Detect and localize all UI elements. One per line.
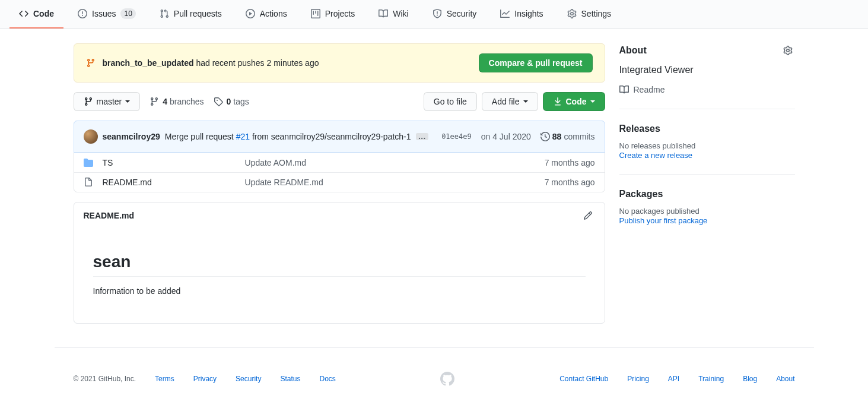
footer-link[interactable]: Training bbox=[698, 375, 724, 383]
notice-suffix: had recent pushes 2 minutes ago bbox=[194, 58, 319, 68]
tab-settings[interactable]: Settings bbox=[558, 0, 621, 29]
footer-link[interactable]: Contact GitHub bbox=[559, 375, 608, 383]
file-name-link[interactable]: README.md bbox=[103, 178, 152, 187]
readme-link[interactable]: Readme bbox=[619, 85, 795, 94]
github-mark-icon bbox=[440, 372, 454, 386]
about-title: About bbox=[619, 43, 795, 58]
footer-link[interactable]: Docs bbox=[319, 375, 335, 383]
about-settings-button[interactable] bbox=[781, 43, 795, 58]
footer-link[interactable]: API bbox=[668, 375, 679, 383]
sidebar: About Integrated Viewer Readme Releases … bbox=[619, 43, 795, 324]
main-column: branch_to_be_updated had recent pushes 2… bbox=[74, 43, 605, 324]
tags-link[interactable]: 0 tags bbox=[214, 97, 249, 106]
readme-box: README.md sean Information to be added bbox=[74, 202, 605, 324]
gear-icon bbox=[567, 9, 577, 18]
edit-readme-button[interactable] bbox=[581, 208, 595, 223]
readme-filename[interactable]: README.md bbox=[84, 211, 135, 220]
tab-security[interactable]: Security bbox=[423, 0, 487, 29]
packages-block: Packages No packages published Publish y… bbox=[619, 189, 795, 239]
branch-icon bbox=[150, 97, 159, 106]
play-icon bbox=[246, 9, 255, 18]
gear-icon bbox=[783, 46, 793, 55]
readme-link-label: Readme bbox=[634, 85, 665, 94]
pr-icon bbox=[160, 9, 169, 18]
tab-insights[interactable]: Insights bbox=[491, 0, 552, 29]
tag-icon bbox=[214, 97, 223, 106]
latest-commit-row: seanmcilroy29 Merge pull request #21 fro… bbox=[74, 121, 605, 153]
footer-link[interactable]: Privacy bbox=[193, 375, 217, 383]
tab-wiki[interactable]: Wiki bbox=[369, 0, 418, 29]
tab-actions-label: Actions bbox=[260, 5, 287, 23]
tab-issues[interactable]: Issues 10 bbox=[68, 0, 145, 29]
footer-link[interactable]: Security bbox=[236, 375, 261, 383]
commit-sha[interactable]: 01ee4e9 bbox=[441, 132, 472, 141]
current-branch-name: master bbox=[97, 96, 122, 107]
avatar[interactable] bbox=[84, 129, 98, 144]
add-file-label: Add file bbox=[492, 96, 520, 107]
notice-branch-name: branch_to_be_updated bbox=[103, 58, 194, 68]
repo-tabnav: Code Issues 10 Pull requests Actions Pro… bbox=[0, 0, 868, 29]
add-file-button[interactable]: Add file bbox=[482, 92, 538, 111]
file-list-box: seanmcilroy29 Merge pull request #21 fro… bbox=[74, 121, 605, 192]
caret-down-icon bbox=[590, 100, 595, 105]
footer-link[interactable]: About bbox=[776, 375, 794, 383]
github-logo-link[interactable] bbox=[440, 372, 454, 386]
tab-security-label: Security bbox=[447, 5, 477, 23]
branches-count: 4 bbox=[163, 97, 167, 106]
commits-count: 88 bbox=[552, 132, 562, 141]
commits-count-link[interactable]: 88 commits bbox=[540, 132, 595, 141]
issues-count-badge: 10 bbox=[120, 8, 135, 19]
file-age: 7 months ago bbox=[545, 158, 595, 167]
code-button-label: Code bbox=[566, 96, 587, 107]
history-icon bbox=[540, 132, 550, 141]
code-download-button[interactable]: Code bbox=[543, 92, 605, 111]
readme-heading: sean bbox=[93, 252, 586, 277]
caret-down-icon bbox=[523, 100, 528, 105]
commit-message: Merge pull request #21 from seanmcilroy2… bbox=[165, 132, 411, 141]
tab-projects[interactable]: Projects bbox=[301, 0, 365, 29]
tab-code-label: Code bbox=[33, 5, 54, 23]
footer: © 2021 GitHub, Inc. Terms Privacy Securi… bbox=[55, 347, 814, 402]
commit-author[interactable]: seanmcilroy29 bbox=[103, 132, 160, 141]
graph-icon bbox=[500, 9, 510, 18]
commit-message-prefix: Merge pull request bbox=[165, 132, 236, 141]
tab-insights-label: Insights bbox=[514, 5, 543, 23]
tab-issues-label: Issues bbox=[92, 5, 116, 23]
commit-date[interactable]: on 4 Jul 2020 bbox=[481, 132, 531, 141]
file-name-link[interactable]: TS bbox=[103, 158, 113, 167]
shield-icon bbox=[433, 9, 442, 18]
tab-code[interactable]: Code bbox=[9, 0, 63, 29]
packages-title: Packages bbox=[619, 189, 795, 200]
book-icon bbox=[379, 9, 388, 18]
footer-link[interactable]: Blog bbox=[743, 375, 757, 383]
commits-label: commits bbox=[564, 132, 594, 141]
footer-link[interactable]: Status bbox=[280, 375, 300, 383]
tab-pull-requests[interactable]: Pull requests bbox=[150, 0, 231, 29]
compare-pr-button[interactable]: Compare & pull request bbox=[479, 53, 593, 72]
releases-block: Releases No releases published Create a … bbox=[619, 124, 795, 175]
file-age: 7 months ago bbox=[545, 178, 595, 187]
folder-icon bbox=[84, 158, 93, 167]
branches-link[interactable]: 4 branches bbox=[150, 97, 204, 106]
tab-actions[interactable]: Actions bbox=[236, 0, 297, 29]
table-row: README.md Update README.md 7 months ago bbox=[74, 172, 605, 192]
go-to-file-button[interactable]: Go to file bbox=[424, 92, 477, 111]
branch-icon bbox=[86, 58, 96, 68]
branch-select-button[interactable]: master bbox=[74, 92, 141, 111]
pr-link[interactable]: #21 bbox=[236, 132, 250, 141]
create-release-link[interactable]: Create a new release bbox=[619, 151, 693, 160]
file-nav-row: master 4 branches 0 tags Go to file Add … bbox=[74, 92, 605, 111]
file-commit-msg[interactable]: Update README.md bbox=[245, 178, 545, 187]
publish-package-link[interactable]: Publish your first package bbox=[619, 216, 708, 225]
file-icon bbox=[84, 178, 93, 187]
tab-settings-label: Settings bbox=[581, 5, 612, 23]
notice-text: branch_to_be_updated had recent pushes 2… bbox=[103, 58, 319, 68]
file-commit-msg[interactable]: Update AOM.md bbox=[245, 158, 545, 167]
footer-link[interactable]: Pricing bbox=[627, 375, 649, 383]
table-row: TS Update AOM.md 7 months ago bbox=[74, 153, 605, 172]
releases-title: Releases bbox=[619, 124, 795, 134]
footer-link[interactable]: Terms bbox=[155, 375, 174, 383]
footer-links-left: Terms Privacy Security Status Docs bbox=[155, 375, 336, 383]
pencil-icon bbox=[583, 211, 593, 220]
ellipsis-button[interactable]: … bbox=[416, 133, 428, 140]
